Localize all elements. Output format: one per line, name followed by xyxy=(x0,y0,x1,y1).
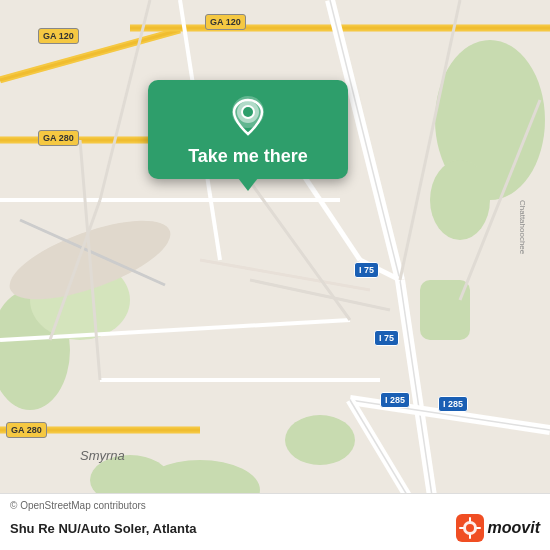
map-popup[interactable]: Take me there xyxy=(148,80,348,179)
shield-i75-2: I 75 xyxy=(374,330,399,346)
shield-ga280-1: GA 280 xyxy=(38,130,79,146)
take-me-there-button[interactable]: Take me there xyxy=(188,146,308,167)
shield-i285-2: I 285 xyxy=(438,396,468,412)
svg-point-5 xyxy=(285,415,355,465)
svg-point-46 xyxy=(243,107,253,117)
copyright-text: © OpenStreetMap contributors xyxy=(10,500,540,511)
map-container: Smyrna Chattahoochee GA 120 GA 120 GA 28… xyxy=(0,0,550,550)
shield-ga120-1: GA 120 xyxy=(38,28,79,44)
moovit-icon xyxy=(456,514,484,542)
svg-point-49 xyxy=(466,524,474,532)
moovit-logo: moovit xyxy=(456,514,540,542)
location-name: Shu Re NU/Auto Soler, Atlanta xyxy=(10,521,197,536)
shield-ga280-2: GA 280 xyxy=(6,422,47,438)
shield-i285-1: I 285 xyxy=(380,392,410,408)
moovit-label: moovit xyxy=(488,519,540,537)
svg-rect-8 xyxy=(420,280,470,340)
shield-i75-1: I 75 xyxy=(354,262,379,278)
svg-point-2 xyxy=(430,160,490,240)
shield-ga120-2: GA 120 xyxy=(205,14,246,30)
bottom-bar: © OpenStreetMap contributors Shu Re NU/A… xyxy=(0,493,550,550)
location-pin-icon xyxy=(226,94,270,138)
svg-text:Chattahoochee: Chattahoochee xyxy=(518,200,527,255)
svg-text:Smyrna: Smyrna xyxy=(80,448,125,463)
